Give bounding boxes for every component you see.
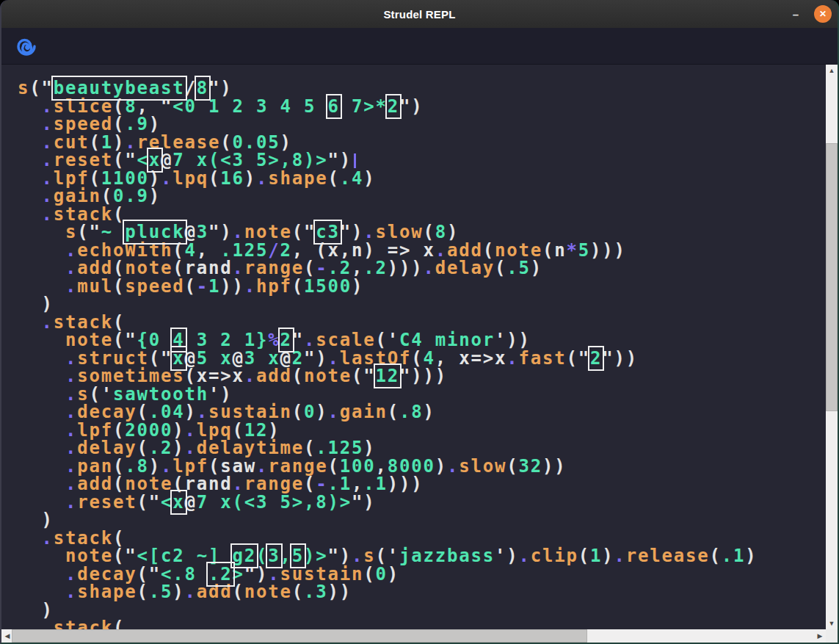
code-line[interactable]: note("{0 4 3 2 1}%2".scale('C4 minor')) bbox=[18, 331, 826, 350]
scroll-up-arrow-icon[interactable]: ▲ bbox=[826, 65, 838, 76]
code-token: delay bbox=[435, 258, 495, 278]
code-line[interactable]: ) bbox=[18, 601, 826, 620]
code-line[interactable]: .pan(.8).lpf(saw.range(100,8000).slow(32… bbox=[18, 457, 826, 476]
code-line[interactable]: .lpf(2000).lpq(12) bbox=[18, 422, 826, 440]
code-token: ( bbox=[233, 582, 244, 602]
code-token: ( bbox=[292, 276, 304, 297]
code-token: . bbox=[42, 618, 54, 629]
horizontal-scrollbar[interactable]: ◀ ▶ bbox=[1, 629, 826, 643]
strudel-repl-window: Strudel REPL – ✕ s("beautybeast/8") .sli… bbox=[0, 0, 839, 644]
code-line[interactable]: .struct("x@5 x@3 x@2").lastOf(4, x=>x.fa… bbox=[18, 350, 826, 368]
code-token: 1 bbox=[590, 546, 602, 566]
vertical-scrollbar[interactable]: ▲ ▼ bbox=[826, 65, 838, 629]
code-token: .5 bbox=[506, 258, 531, 278]
strudel-logo-icon[interactable] bbox=[16, 36, 37, 57]
code-token: ))) bbox=[590, 240, 626, 261]
code-line[interactable]: .reset("<x@7 x(<3 5>,8)>") bbox=[18, 493, 826, 512]
code-token: ( bbox=[578, 546, 590, 566]
scrollbar-corner bbox=[826, 629, 838, 643]
toolbar bbox=[1, 28, 838, 65]
code-line[interactable]: .add(note(rand.range(-.1,.1))) bbox=[18, 475, 826, 493]
code-token: . bbox=[244, 276, 256, 297]
code-line[interactable]: ) bbox=[18, 295, 826, 314]
code-token: ( bbox=[172, 474, 184, 494]
code-line[interactable]: .delay(.2).delaytime(.125) bbox=[18, 439, 826, 457]
window-buttons: – ✕ bbox=[788, 0, 832, 28]
code-token: ( bbox=[388, 402, 399, 422]
code-token: ( bbox=[208, 168, 220, 189]
code-line[interactable]: .stack( bbox=[18, 206, 826, 224]
code-line[interactable]: .reset("<x@7 x(<3 5>,8)>") bbox=[18, 151, 826, 170]
code-line[interactable]: .s('sawtooth') bbox=[18, 386, 826, 404]
code-line[interactable]: .stack( bbox=[18, 619, 826, 629]
vertical-scrollbar-thumb[interactable] bbox=[826, 143, 838, 411]
code-line[interactable]: .sometimes(x=>x.add(note("12"))) bbox=[18, 367, 826, 386]
code-token: . bbox=[161, 168, 172, 189]
code-line[interactable]: ) bbox=[18, 511, 826, 529]
minimize-button[interactable]: – bbox=[788, 8, 804, 21]
code-line[interactable]: .slice(8, "<0 1 2 3 4 5 6 7>*2") bbox=[18, 98, 826, 116]
close-button[interactable]: ✕ bbox=[814, 5, 832, 23]
code-line[interactable]: .decay("<.8 .2>").sustain(0) bbox=[18, 565, 826, 584]
horizontal-scrollbar-thumb[interactable] bbox=[12, 629, 587, 643]
code-token: ))) bbox=[388, 258, 424, 278]
code-line[interactable]: .mul(speed(-1)).hpf(1500) bbox=[18, 278, 826, 296]
code-line[interactable]: .stack( bbox=[18, 314, 826, 332]
code-token: .4 bbox=[340, 168, 364, 189]
code-token: .8 bbox=[399, 402, 424, 422]
code-token: ( bbox=[292, 402, 304, 422]
code-line[interactable]: .gain(0.9) bbox=[18, 187, 826, 206]
code-token: 7>* bbox=[340, 96, 388, 117]
code-token: mul bbox=[77, 276, 113, 297]
code-token: speed bbox=[125, 276, 184, 297]
code-token: . bbox=[328, 402, 340, 422]
titlebar[interactable]: Strudel REPL – ✕ bbox=[1, 0, 838, 28]
active-event-token: 4 bbox=[172, 330, 184, 350]
code-token: < bbox=[161, 492, 172, 513]
code-token: hpf bbox=[256, 276, 292, 297]
code-token: - bbox=[197, 276, 208, 297]
code-line[interactable]: .lpf(1100).lpq(16).shape(.4) bbox=[18, 170, 826, 188]
code-token: 1 bbox=[208, 276, 220, 297]
code-token: . bbox=[447, 456, 459, 477]
code-token: ') bbox=[495, 546, 519, 566]
code-token: ") bbox=[399, 96, 424, 117]
code-text[interactable]: s("beautybeast/8") .slice(8, "<0 1 2 3 4… bbox=[1, 65, 826, 629]
code-token: ( bbox=[292, 582, 304, 602]
code-line[interactable]: note("<[c2 ~] g2(3,5)>").s('jazzbass').c… bbox=[18, 547, 826, 565]
code-token: . bbox=[506, 348, 518, 369]
code-token: . bbox=[65, 582, 77, 602]
code-token: ( bbox=[495, 258, 506, 278]
code-line[interactable]: .echoWith(4, .125/2, (x,n) => x.add(note… bbox=[18, 242, 826, 260]
code-editor[interactable]: s("beautybeast/8") .slice(8, "<0 1 2 3 4… bbox=[1, 65, 826, 629]
scroll-right-arrow-icon[interactable]: ▶ bbox=[814, 629, 826, 643]
code-token: 0 bbox=[304, 402, 316, 422]
code-line[interactable]: .speed(.9) bbox=[18, 115, 826, 134]
code-token: ) bbox=[602, 546, 614, 566]
code-token: reset bbox=[77, 492, 137, 513]
code-line[interactable]: .cut(1).release(0.05) bbox=[18, 134, 826, 152]
code-token: @ bbox=[185, 492, 197, 513]
code-token: ( bbox=[328, 168, 340, 189]
active-event-token: 2 bbox=[388, 96, 399, 117]
scroll-down-arrow-icon[interactable]: ▼ bbox=[826, 618, 838, 629]
code-line[interactable]: s("~ pluck@3").note("c3").slow(8) bbox=[18, 223, 826, 242]
code-line[interactable]: .add(note(rand.range(-.2,.2))).delay(.5) bbox=[18, 259, 826, 278]
code-token: ) bbox=[172, 582, 184, 602]
code-token: ")) bbox=[602, 348, 638, 369]
code-token: fast bbox=[519, 348, 567, 369]
code-token: ) bbox=[244, 168, 256, 189]
code-line[interactable]: .stack( bbox=[18, 529, 826, 548]
code-line[interactable]: .decay(.04).sustain(0).gain(.8) bbox=[18, 403, 826, 422]
code-line[interactable]: s("beautybeast/8") bbox=[18, 79, 826, 98]
code-token: clip bbox=[531, 546, 578, 566]
code-line[interactable]: .shape(.5).add(note(.3)) bbox=[18, 583, 826, 601]
code-token: )) bbox=[328, 582, 352, 602]
code-token: n bbox=[554, 240, 566, 261]
code-token: (" bbox=[137, 492, 161, 513]
code-token: ( bbox=[137, 582, 149, 602]
code-token: . bbox=[256, 168, 268, 189]
active-event-token: x bbox=[172, 492, 184, 513]
code-token: "))) bbox=[399, 366, 447, 386]
code-token: ") bbox=[352, 492, 376, 513]
